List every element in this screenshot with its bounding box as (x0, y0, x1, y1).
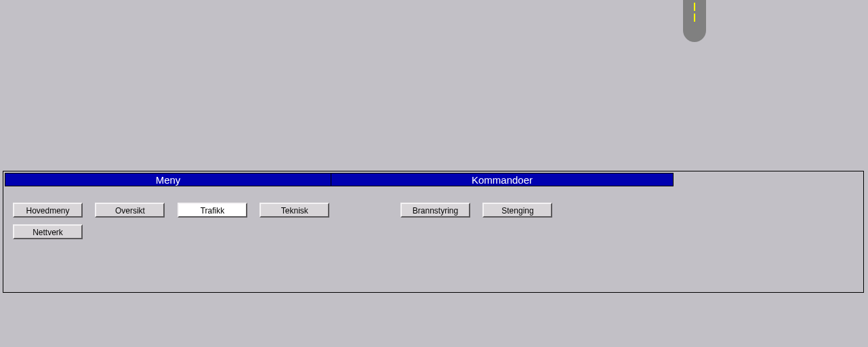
command-section: Brannstyring Stenging (392, 203, 562, 246)
indicator-light (694, 3, 695, 11)
teknisk-button[interactable]: Teknisk (260, 203, 329, 218)
panel-headers: Meny Kommandoer (3, 171, 863, 186)
commands-header: Kommandoer (331, 173, 674, 186)
menu-header: Meny (5, 173, 331, 186)
traffic-indicator (683, 0, 706, 42)
hovedmeny-button[interactable]: Hovedmeny (13, 203, 83, 218)
brannstyring-button[interactable]: Brannstyring (400, 203, 470, 218)
menu-section: Hovedmeny Oversikt Trafikk Teknisk Nettv… (13, 203, 392, 246)
stenging-button[interactable]: Stenging (482, 203, 552, 218)
indicator-light (694, 14, 695, 22)
oversikt-button[interactable]: Oversikt (95, 203, 165, 218)
panel-content: Hovedmeny Oversikt Trafikk Teknisk Nettv… (3, 186, 863, 246)
trafikk-button[interactable]: Trafikk (178, 203, 247, 218)
control-panel: Meny Kommandoer Hovedmeny Oversikt Trafi… (3, 171, 864, 293)
nettverk-button[interactable]: Nettverk (13, 224, 83, 239)
